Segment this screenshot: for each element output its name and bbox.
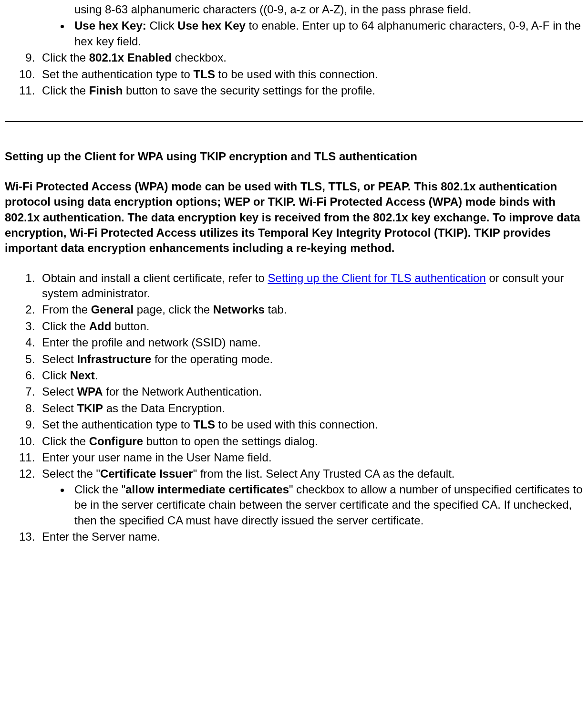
step-11: Enter your user name in the User Name fi… — [38, 450, 583, 465]
text: to be used with this connection. — [215, 68, 378, 81]
text: using 8-63 alphanumeric characters ((0-9… — [74, 3, 471, 16]
step-12-sublist: Click the "allow intermediate certificat… — [42, 482, 583, 528]
section-heading: Setting up the Client for WPA using TKIP… — [5, 149, 583, 164]
text: for the Network Authentication. — [103, 385, 262, 398]
section-intro: Wi-Fi Protected Access (WPA) mode can be… — [5, 179, 583, 256]
text: button to save the security settings for… — [123, 84, 375, 97]
top-item-8-continuation: using 8-63 alphanumeric characters ((0-9… — [38, 2, 583, 49]
text: Select — [42, 402, 77, 415]
top-bullet-passphrase-cont: using 8-63 alphanumeric characters ((0-9… — [71, 2, 583, 17]
label: Use hex Key: — [74, 19, 146, 32]
text: Select — [42, 353, 77, 366]
top-item-10: Set the authentication type to TLS to be… — [38, 67, 583, 82]
step-3: Click the Add button. — [38, 319, 583, 334]
text: Enter the profile and network (SSID) nam… — [42, 336, 261, 349]
text: Enter your user name in the User Name fi… — [42, 451, 272, 464]
link-tls-auth[interactable]: Setting up the Client for TLS authentica… — [268, 272, 486, 284]
label: TKIP — [77, 402, 103, 415]
text: Obtain and install a client certificate,… — [42, 272, 268, 284]
text: as the Data Encryption. — [103, 402, 225, 415]
label: Infrastructure — [77, 353, 151, 366]
label: Add — [89, 320, 112, 333]
text: Click the — [42, 435, 89, 448]
top-bullet-hexkey: Use hex Key: Click Use hex Key to enable… — [71, 18, 583, 49]
top-item-9: Click the 802.1x Enabled checkbox. — [38, 50, 583, 65]
text: Select — [42, 385, 77, 398]
text: Click the — [42, 51, 89, 64]
text: Set the authentication type to — [42, 68, 194, 81]
step-12-sub-1: Click the "allow intermediate certificat… — [71, 482, 583, 528]
label: 802.1x Enabled — [89, 51, 172, 64]
text: page, click the — [134, 303, 213, 316]
top-item-11: Click the Finish button to save the secu… — [38, 83, 583, 98]
label: Certificate Issuer — [100, 467, 193, 480]
step-1: Obtain and install a client certificate,… — [38, 271, 583, 302]
step-5: Select Infrastructure for the operating … — [38, 352, 583, 367]
step-13: Enter the Server name. — [38, 529, 583, 544]
label: Finish — [89, 84, 123, 97]
text: From the — [42, 303, 91, 316]
step-10: Click the Configure button to open the s… — [38, 434, 583, 449]
text: button. — [111, 320, 149, 333]
top-sublist: using 8-63 alphanumeric characters ((0-9… — [42, 2, 583, 49]
text: for the operating mode. — [151, 353, 273, 366]
text: . — [95, 369, 98, 382]
step-8: Select TKIP as the Data Encryption. — [38, 401, 583, 416]
text: checkbox. — [172, 51, 227, 64]
divider — [5, 121, 583, 122]
text: Click the " — [74, 483, 125, 496]
text: button to open the settings dialog. — [143, 435, 318, 448]
top-ordered-list-cont: Click the 802.1x Enabled checkbox. Set t… — [5, 50, 583, 98]
text: Click — [146, 19, 177, 32]
text: Enter the Server name. — [42, 530, 160, 543]
label: General — [91, 303, 134, 316]
label: Use hex Key — [177, 19, 246, 32]
step-4: Enter the profile and network (SSID) nam… — [38, 335, 583, 350]
label: allow intermediate certificates — [125, 483, 289, 496]
text: Click — [42, 369, 70, 382]
text: to be used with this connection. — [215, 418, 378, 431]
text: tab. — [265, 303, 287, 316]
step-2: From the General page, click the Network… — [38, 302, 583, 317]
top-ordered-list: using 8-63 alphanumeric characters ((0-9… — [5, 2, 583, 49]
step-7: Select WPA for the Network Authenticatio… — [38, 384, 583, 399]
label: Next — [70, 369, 95, 382]
label: WPA — [77, 385, 103, 398]
label: TLS — [194, 68, 215, 81]
text: Click the — [42, 84, 89, 97]
label: Configure — [89, 435, 143, 448]
label: TLS — [194, 418, 215, 431]
step-9: Set the authentication type to TLS to be… — [38, 417, 583, 432]
text: Select the " — [42, 467, 100, 480]
step-6: Click Next. — [38, 368, 583, 383]
text: Set the authentication type to — [42, 418, 194, 431]
step-12: Select the "Certificate Issuer" from the… — [38, 466, 583, 528]
text: Click the — [42, 320, 89, 333]
steps-ordered-list: Obtain and install a client certificate,… — [5, 271, 583, 545]
text: " from the list. Select Any Trusted CA a… — [193, 467, 455, 480]
label: Networks — [213, 303, 265, 316]
